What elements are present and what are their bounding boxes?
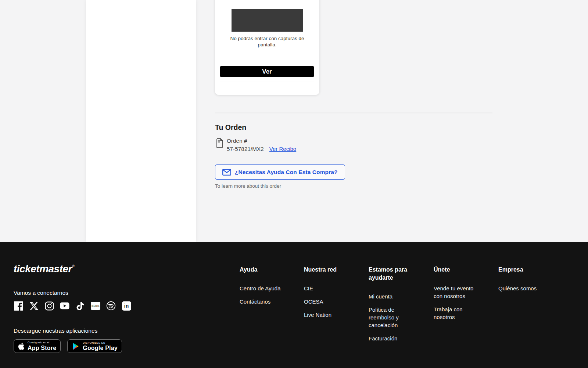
footer-link-cie[interactable]: CIE — [304, 284, 352, 292]
footer-column-heading: Empresa — [498, 266, 547, 274]
registered-mark: ® — [72, 264, 75, 268]
footer-column-estamos-para-ayudarte: Estamos para ayudarte Mi cuenta Política… — [369, 266, 417, 348]
footer-column-ayuda: Ayuda Centro de Ayuda Contáctanos — [240, 266, 288, 311]
footer-column-heading: Nuestra red — [304, 266, 352, 274]
envelope-icon — [222, 169, 231, 176]
ticketmaster-logo[interactable]: ticketmaster® — [14, 263, 75, 275]
blog-icon[interactable]: BLOG — [91, 301, 100, 311]
main-content-area: No podrás entrar con capturas de pantall… — [0, 0, 588, 242]
order-number-label: Orden # — [227, 137, 296, 145]
connect-heading: Vamos a conectarnos — [14, 290, 68, 296]
footer-link-mi-cuenta[interactable]: Mi cuenta — [369, 293, 417, 300]
instagram-icon[interactable] — [44, 301, 54, 311]
order-details-page: No podrás entrar con capturas de pantall… — [0, 0, 588, 368]
learn-more-text: To learn more about this order — [215, 183, 281, 189]
footer-link-live-nation[interactable]: Live Nation — [304, 311, 352, 319]
receipt-icon — [215, 138, 224, 148]
help-button[interactable]: ¿Necesitas Ayuda Con Esta Compra? — [215, 164, 345, 180]
footer-link-facturacion[interactable]: Facturación — [369, 335, 417, 342]
order-number-row: Orden # 57-57821/MX2 Ver Recibo — [215, 137, 296, 153]
google-play-icon — [72, 342, 80, 351]
linkedin-icon-label: in — [122, 301, 131, 311]
download-apps-heading: Descargue nuestras aplicaciones — [14, 328, 97, 334]
view-receipt-link[interactable]: Ver Recibo — [269, 145, 296, 153]
ticket-side-panel — [86, 0, 196, 242]
qr-code-placeholder — [232, 9, 303, 32]
footer-link-politica-reembolso[interactable]: Política de reembolso y cancelación — [369, 306, 417, 329]
google-play-badge[interactable]: DISPONIBLE EN Google Play — [67, 339, 122, 353]
blog-icon-label: BLOG — [91, 302, 100, 310]
footer-link-contactanos[interactable]: Contáctanos — [240, 298, 288, 305]
footer-link-ocesa[interactable]: OCESA — [304, 298, 352, 305]
x-twitter-icon[interactable] — [29, 301, 39, 311]
view-ticket-button[interactable]: Ver — [220, 66, 314, 77]
order-number-value: 57-57821/MX2 — [227, 145, 264, 153]
card-divider — [220, 81, 314, 81]
youtube-icon[interactable] — [60, 301, 69, 311]
social-icons-row: BLOG in — [14, 301, 131, 311]
help-button-label: ¿Necesitas Ayuda Con Esta Compra? — [235, 169, 338, 176]
google-play-tagline: DISPONIBLE EN — [83, 342, 118, 344]
linkedin-icon[interactable]: in — [122, 301, 131, 311]
order-number-block: Orden # 57-57821/MX2 Ver Recibo — [227, 137, 296, 153]
spotify-icon[interactable] — [106, 301, 116, 311]
footer-column-unete: Únete Vende tu evento con nosotros Traba… — [434, 266, 482, 326]
footer-link-quienes-somos[interactable]: Quiénes somos — [498, 284, 547, 292]
section-divider — [215, 113, 492, 113]
apple-icon — [18, 342, 25, 350]
footer-link-trabaja-con-nosotros[interactable]: Trabaja con nosotros — [434, 305, 482, 321]
app-store-name: App Store — [28, 345, 56, 351]
ticket-card: No podrás entrar con capturas de pantall… — [215, 0, 319, 95]
footer-link-centro-de-ayuda[interactable]: Centro de Ayuda — [240, 284, 288, 292]
screenshot-warning-text: No podrás entrar con capturas de pantall… — [223, 35, 311, 48]
google-play-name: Google Play — [83, 345, 118, 351]
tiktok-icon[interactable] — [75, 301, 85, 311]
order-section-title: Tu Orden — [215, 123, 246, 132]
footer-column-heading: Estamos para ayudarte — [369, 266, 417, 282]
footer-column-heading: Únete — [434, 266, 482, 274]
footer-column-heading: Ayuda — [240, 266, 288, 274]
app-badges-row: Consíguelo en el App Store DISPONIBLE EN… — [14, 339, 122, 353]
footer-link-vende-tu-evento[interactable]: Vende tu evento con nosotros — [434, 284, 482, 300]
app-store-badge[interactable]: Consíguelo en el App Store — [14, 339, 61, 353]
facebook-icon[interactable] — [14, 301, 23, 311]
app-store-tagline: Consíguelo en el — [28, 341, 56, 344]
footer-column-empresa: Empresa Quiénes somos — [498, 266, 547, 298]
footer-column-nuestra-red: Nuestra red CIE OCESA Live Nation — [304, 266, 352, 324]
